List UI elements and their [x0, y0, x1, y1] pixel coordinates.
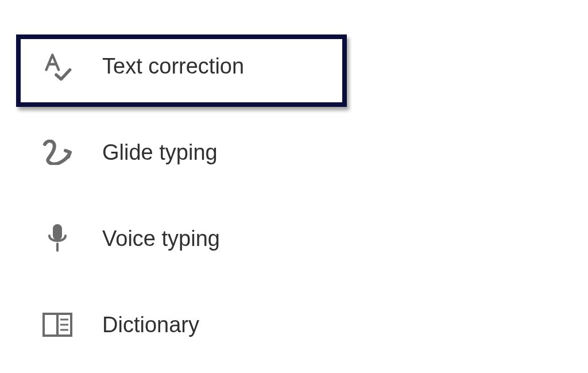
voice-typing-icon: [40, 221, 75, 256]
settings-list: Text correction Glide typing Voice typin…: [0, 0, 588, 362]
menu-item-label: Glide typing: [102, 140, 218, 165]
svg-rect-1: [53, 224, 62, 240]
menu-item-label: Text correction: [102, 54, 244, 79]
dictionary-icon: [40, 307, 75, 342]
glide-typing-icon: [40, 135, 75, 170]
menu-item-label: Voice typing: [102, 226, 220, 251]
menu-item-text-correction[interactable]: Text correction: [0, 29, 345, 103]
menu-item-label: Dictionary: [102, 313, 199, 337]
menu-item-dictionary[interactable]: Dictionary: [0, 287, 345, 362]
text-correction-icon: [40, 49, 75, 83]
menu-item-voice-typing[interactable]: Voice typing: [0, 201, 345, 276]
menu-item-glide-typing[interactable]: Glide typing: [0, 115, 345, 190]
